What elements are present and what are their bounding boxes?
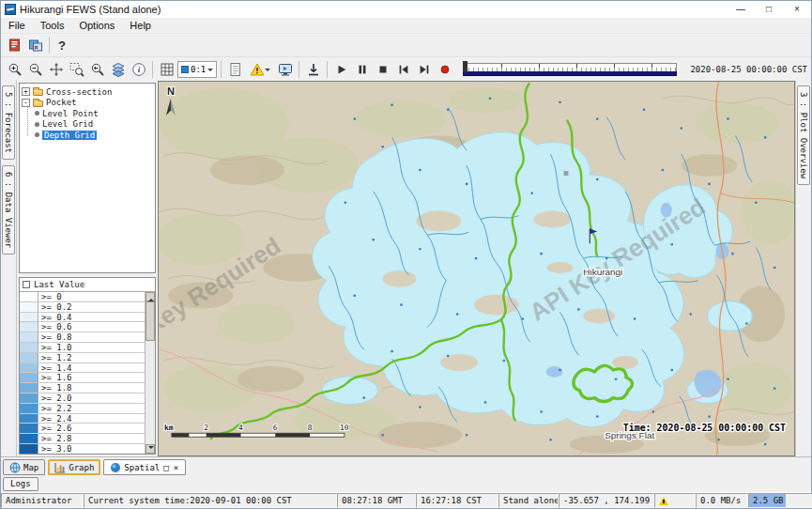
bullet-icon xyxy=(35,122,39,127)
skip-end-icon[interactable] xyxy=(414,59,434,79)
tree-node-pocket[interactable]: - Pocket xyxy=(22,98,153,109)
status-warning-cell[interactable] xyxy=(654,493,696,508)
title-bar: Hikurangi FEWS (Stand alone) — □ × xyxy=(1,1,811,18)
tree-node-level-point[interactable]: Level Point xyxy=(35,108,153,119)
menu-tools[interactable]: Tools xyxy=(33,18,72,33)
close-tab-icon[interactable]: × xyxy=(173,463,179,472)
tree-node-level-grid[interactable]: Level Grid xyxy=(35,119,153,131)
tab-graph[interactable]: Graph xyxy=(48,459,100,475)
menu-options[interactable]: Options xyxy=(71,18,122,33)
tab-label: Graph xyxy=(69,463,94,472)
tree-node-label: Pocket xyxy=(46,98,77,107)
menu-help[interactable]: Help xyxy=(122,18,159,33)
legend-label: >= 1.4 xyxy=(38,363,72,373)
legend-row: >= 2.8 xyxy=(20,434,145,444)
legend-swatch xyxy=(20,414,38,424)
skip-start-icon[interactable] xyxy=(393,59,413,79)
timeline-ruler[interactable] xyxy=(463,63,677,71)
status-bar: Administrator Current system time:2020-0… xyxy=(1,492,811,508)
toolbar-separator xyxy=(152,61,153,78)
toolbar-separator xyxy=(327,61,328,78)
status-network-rate: 0.0 MB/s xyxy=(696,493,748,508)
timeline-slider[interactable] xyxy=(463,63,677,76)
legend-row: >= 0.8 xyxy=(20,332,145,343)
scroll-down-icon[interactable] xyxy=(146,444,155,454)
legend-label: >= 2.0 xyxy=(38,393,72,403)
legend-swatch xyxy=(20,383,38,393)
tree-expander-icon[interactable]: + xyxy=(22,87,30,96)
tree-node-depth-grid[interactable]: Depth Grid xyxy=(35,130,153,141)
toolbar-separator xyxy=(221,61,222,78)
help-button[interactable]: ? xyxy=(54,36,70,55)
layers-icon[interactable] xyxy=(108,59,128,79)
layer-ratio-combobox[interactable]: 0:1 xyxy=(177,61,217,78)
folder-icon xyxy=(33,89,43,96)
legend-swatch xyxy=(20,434,38,443)
zoom-out-icon[interactable] xyxy=(25,59,45,79)
legend-panel: Last Value >= 0 >= 0.2 >= 0.4 >= 0.6 >= … xyxy=(19,277,156,455)
pause-icon[interactable] xyxy=(352,59,372,79)
legend-row: >= 0.6 xyxy=(20,322,145,332)
grid-display-icon[interactable] xyxy=(157,59,176,79)
tab-map[interactable]: Map xyxy=(3,459,45,475)
tab-data-viewer[interactable]: 6 : Data Viewer xyxy=(2,165,15,254)
legend-row: >= 2.6 xyxy=(20,424,145,434)
menu-file[interactable]: File xyxy=(1,18,33,33)
gis-layers-icon[interactable] xyxy=(25,36,45,55)
right-tab-strip: 3 : Plot Overview xyxy=(795,81,811,456)
close-button[interactable]: × xyxy=(783,1,811,18)
legend-swatch xyxy=(20,332,38,342)
legend-label: >= 0.8 xyxy=(38,332,72,342)
stop-icon[interactable] xyxy=(373,59,392,79)
timeline-handle[interactable] xyxy=(463,61,467,72)
record-icon[interactable] xyxy=(435,59,454,79)
float-tab-icon[interactable]: □ xyxy=(162,463,169,472)
town-label-hikurangi: Hikurangi xyxy=(583,267,622,277)
pan-icon[interactable] xyxy=(46,59,66,79)
app-window: Hikurangi FEWS (Stand alone) — □ × File … xyxy=(0,0,812,509)
zoom-box-icon[interactable] xyxy=(67,59,86,79)
document-icon[interactable] xyxy=(225,59,245,79)
legend-row: >= 1.4 xyxy=(20,363,145,374)
legend-list: >= 0 >= 0.2 >= 0.4 >= 0.6 >= 0.8 >= 1.0 … xyxy=(20,292,145,454)
legend-label: >= 1.6 xyxy=(38,373,72,382)
log-book-icon[interactable] xyxy=(5,36,24,55)
minimize-button[interactable]: — xyxy=(727,1,755,18)
zoom-in-icon[interactable] xyxy=(5,59,24,79)
legend-label: >= 0.6 xyxy=(38,322,72,332)
tab-label: Map xyxy=(23,463,38,472)
tree-expander-icon[interactable]: - xyxy=(22,99,30,107)
open-display-icon[interactable] xyxy=(275,59,295,79)
last-value-checkbox[interactable] xyxy=(23,281,30,288)
warning-icon xyxy=(659,497,668,505)
legend-label: >= 2.6 xyxy=(38,424,72,433)
info-icon[interactable]: i xyxy=(129,59,148,79)
legend-row: >= 1.2 xyxy=(20,353,145,363)
tab-spatial[interactable]: Spatial □ × xyxy=(103,459,186,475)
map-canvas[interactable]: API Key Required API Key Required Hikura… xyxy=(159,82,794,455)
tab-plot-overview[interactable]: 3 : Plot Overview xyxy=(797,85,810,185)
legend-label: >= 2.2 xyxy=(38,404,72,413)
scroll-thumb[interactable] xyxy=(146,301,155,341)
tree-node-label: Level Point xyxy=(42,109,99,118)
map-view: API Key Required API Key Required Hikura… xyxy=(158,81,795,456)
legend-swatch xyxy=(20,292,38,301)
logs-button[interactable]: Logs xyxy=(3,477,38,491)
maximize-button[interactable]: □ xyxy=(755,1,783,18)
main-toolbar: ? xyxy=(1,34,811,57)
legend-swatch xyxy=(20,363,38,373)
warning-dropdown-icon[interactable] xyxy=(246,59,274,79)
zoom-previous-icon[interactable] xyxy=(87,59,107,79)
legend-label: >= 0 xyxy=(38,292,62,301)
play-icon[interactable] xyxy=(331,59,351,79)
tree-node-label-selected: Depth Grid xyxy=(42,131,97,140)
legend-label: >= 0.4 xyxy=(38,313,72,322)
legend-scrollbar[interactable] xyxy=(145,292,155,454)
status-memory: 2.5 GB xyxy=(748,493,812,508)
set-current-time-icon[interactable] xyxy=(303,59,323,79)
legend-row: >= 3.0 xyxy=(20,444,145,454)
tree-node-cross-section[interactable]: + Cross-section xyxy=(22,86,153,98)
layer-color-chip xyxy=(181,66,189,73)
tab-forecast[interactable]: 5 : Forecast xyxy=(2,85,15,160)
scroll-up-icon[interactable] xyxy=(146,292,155,301)
